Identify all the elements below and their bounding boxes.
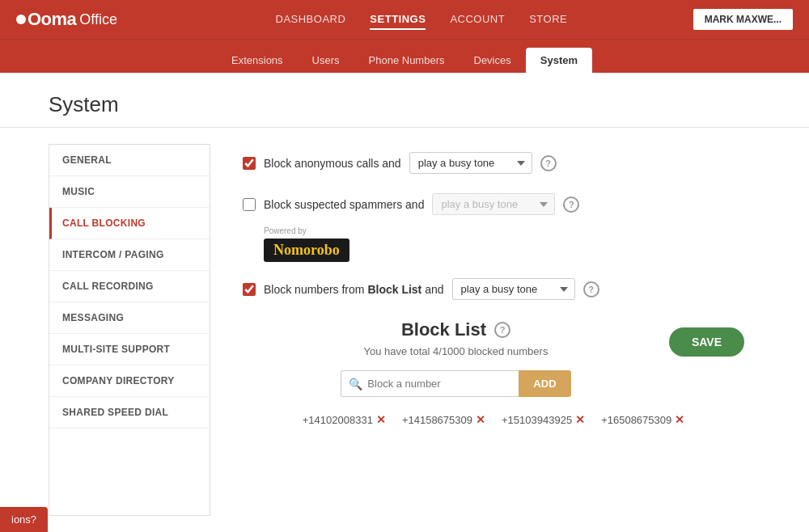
- subnav-devices[interactable]: Devices: [460, 48, 526, 73]
- nav-dashboard[interactable]: DASHBOARD: [276, 10, 346, 30]
- powered-by-label: Powered by: [264, 226, 744, 235]
- subnav-system[interactable]: System: [526, 48, 592, 73]
- nav-account[interactable]: ACCOUNT: [450, 10, 505, 30]
- sidebar-item-intercom-paging[interactable]: INTERCOM / PAGING: [49, 239, 210, 271]
- nav-settings[interactable]: SETTINGS: [370, 10, 426, 30]
- search-icon: 🔍: [349, 378, 362, 391]
- remove-number-1[interactable]: ✕: [476, 413, 485, 426]
- nav-store[interactable]: STORE: [529, 10, 567, 30]
- block-list-label: Block numbers from Block List and: [264, 283, 444, 296]
- anonymous-calls-row: Block anonymous calls and play a busy to…: [243, 152, 744, 174]
- remove-number-3[interactable]: ✕: [675, 413, 684, 426]
- logo: Ooma Office: [16, 9, 117, 30]
- block-list-help-icon[interactable]: ?: [583, 281, 599, 298]
- user-menu-button[interactable]: MARK MAXWE...: [693, 9, 793, 30]
- sidebar-item-call-recording[interactable]: CALL RECORDING: [49, 271, 210, 302]
- save-button[interactable]: SAVE: [669, 327, 744, 357]
- sidebar-item-call-blocking[interactable]: CALL BLOCKING: [49, 208, 210, 239]
- block-list-row: Block numbers from Block List and play a…: [243, 278, 744, 300]
- blocked-number-1: +14158675309 ✕: [402, 413, 485, 426]
- block-list-section-help-icon[interactable]: ?: [494, 322, 510, 338]
- bottom-help-tab[interactable]: ions?: [0, 507, 48, 532]
- nomorobo-logo: Nomorobo: [264, 239, 349, 262]
- main-content: Block anonymous calls and play a busy to…: [227, 144, 760, 516]
- spammers-row: Block suspected spammers and play a busy…: [243, 193, 744, 215]
- anonymous-calls-action-select[interactable]: play a busy tone play a message forward …: [409, 152, 532, 174]
- sidebar-item-general[interactable]: GENERAL: [49, 145, 210, 176]
- page-title: System: [0, 73, 809, 128]
- sidebar-item-company-directory[interactable]: COMPANY DIRECTORY: [49, 365, 210, 397]
- block-input-row: 🔍 ADD: [243, 370, 669, 397]
- block-list-subtitle: You have total 4/1000 blocked numbers: [243, 345, 744, 357]
- spammers-action-select[interactable]: play a busy tone play a message forward …: [432, 193, 555, 215]
- blocked-number-3: +16508675309 ✕: [601, 413, 684, 426]
- subnav-extensions[interactable]: Extensions: [217, 48, 298, 73]
- block-list-title: Block List ?: [243, 319, 669, 340]
- blocked-numbers-list: +14102008331 ✕ +14158675309 ✕ +151039439…: [243, 413, 744, 426]
- block-input-wrapper: 🔍: [341, 370, 519, 397]
- sidebar: GENERAL MUSIC CALL BLOCKING INTERCOM / P…: [49, 144, 210, 516]
- block-list-section: Block List ? You have total 4/1000 block…: [243, 319, 744, 426]
- sidebar-item-messaging[interactable]: MESSAGING: [49, 302, 210, 334]
- spammers-help-icon[interactable]: ?: [563, 196, 579, 213]
- block-list-checkbox[interactable]: [243, 283, 256, 296]
- spammers-label: Block suspected spammers and: [264, 198, 424, 211]
- sidebar-item-shared-speed-dial[interactable]: SHARED SPEED DIAL: [49, 397, 210, 429]
- remove-number-2[interactable]: ✕: [575, 413, 585, 426]
- logo-office-text: Office: [79, 11, 117, 28]
- block-number-input[interactable]: [341, 370, 519, 397]
- content-area: GENERAL MUSIC CALL BLOCKING INTERCOM / P…: [0, 128, 809, 532]
- remove-number-0[interactable]: ✕: [376, 413, 386, 426]
- top-navigation: Ooma Office DASHBOARD SETTINGS ACCOUNT S…: [0, 0, 809, 39]
- add-number-button[interactable]: ADD: [519, 370, 570, 397]
- subnav-phone-numbers[interactable]: Phone Numbers: [354, 48, 460, 73]
- anonymous-calls-label: Block anonymous calls and: [264, 157, 401, 170]
- sidebar-item-music[interactable]: MUSIC: [49, 176, 210, 208]
- logo-circle-icon: [16, 15, 26, 24]
- sidebar-item-multi-site[interactable]: MULTI-SITE SUPPORT: [49, 334, 210, 365]
- logo-ooma-text: Ooma: [28, 9, 76, 30]
- blocked-number-0: +14102008331 ✕: [303, 413, 386, 426]
- blocked-number-2: +15103943925 ✕: [502, 413, 585, 426]
- nomorobo-section: Powered by Nomorobo: [264, 226, 744, 262]
- spammers-checkbox[interactable]: [243, 198, 256, 211]
- anonymous-calls-help-icon[interactable]: ?: [540, 155, 557, 171]
- main-nav-links: DASHBOARD SETTINGS ACCOUNT STORE: [150, 10, 693, 30]
- subnav-users[interactable]: Users: [298, 48, 354, 73]
- anonymous-calls-checkbox[interactable]: [243, 157, 256, 170]
- block-list-action-select[interactable]: play a busy tone play a message forward …: [452, 278, 575, 300]
- sub-navigation: Extensions Users Phone Numbers Devices S…: [0, 39, 809, 73]
